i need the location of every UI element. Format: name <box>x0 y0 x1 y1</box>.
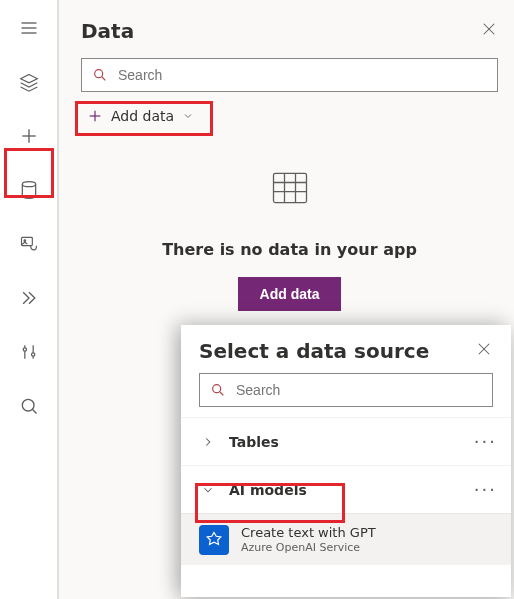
openai-icon <box>199 525 229 555</box>
svg-point-8 <box>24 240 26 242</box>
database-icon[interactable] <box>9 170 49 210</box>
add-data-button[interactable]: Add data <box>238 277 342 311</box>
data-source-popup: Select a data source Tables ··· AI model… <box>181 325 511 597</box>
chevron-down-icon <box>201 483 215 497</box>
add-data-dropdown[interactable]: Add data <box>81 104 204 128</box>
svg-point-17 <box>95 70 103 78</box>
panel-search[interactable] <box>81 58 498 92</box>
search-icon <box>92 67 108 83</box>
add-data-label: Add data <box>111 108 174 124</box>
svg-line-14 <box>32 409 36 413</box>
panel-search-input[interactable] <box>116 66 487 84</box>
model-item-create-text-gpt[interactable]: Create text with GPT Azure OpenAI Servic… <box>181 513 511 565</box>
svg-point-13 <box>22 399 34 411</box>
svg-point-10 <box>23 348 26 351</box>
panel-title: Data <box>81 19 134 43</box>
power-fx-icon[interactable] <box>9 278 49 318</box>
left-rail <box>0 0 58 599</box>
chevron-down-icon <box>182 110 194 122</box>
popup-search-input[interactable] <box>234 381 482 399</box>
svg-rect-21 <box>273 173 306 202</box>
plus-icon[interactable] <box>9 116 49 156</box>
svg-line-18 <box>102 77 105 80</box>
search-icon[interactable] <box>9 386 49 426</box>
close-popup-button[interactable] <box>475 340 493 362</box>
section-tables-more[interactable]: ··· <box>474 431 497 452</box>
section-tables[interactable]: Tables ··· <box>181 417 511 465</box>
section-ai-models[interactable]: AI models ··· <box>181 465 511 513</box>
section-ai-models-more[interactable]: ··· <box>474 479 497 500</box>
close-panel-button[interactable] <box>480 20 498 42</box>
section-ai-models-label: AI models <box>229 482 460 498</box>
hamburger-icon[interactable] <box>9 8 49 48</box>
plus-icon <box>87 108 103 124</box>
empty-state: There is no data in your app Add data <box>81 166 498 311</box>
layers-icon[interactable] <box>9 62 49 102</box>
chevron-right-icon <box>201 435 215 449</box>
model-name: Create text with GPT <box>241 525 376 541</box>
svg-point-12 <box>31 353 34 356</box>
empty-state-text: There is no data in your app <box>81 240 498 259</box>
popup-search[interactable] <box>199 373 493 407</box>
svg-line-29 <box>220 392 223 395</box>
media-icon[interactable] <box>9 224 49 264</box>
svg-marker-3 <box>20 75 37 83</box>
table-icon <box>268 166 312 210</box>
sliders-icon[interactable] <box>9 332 49 372</box>
section-tables-label: Tables <box>229 434 460 450</box>
model-subtitle: Azure OpenAI Service <box>241 541 376 554</box>
svg-point-6 <box>22 182 35 187</box>
search-icon <box>210 382 226 398</box>
svg-point-28 <box>213 385 221 393</box>
popup-title: Select a data source <box>199 339 429 363</box>
